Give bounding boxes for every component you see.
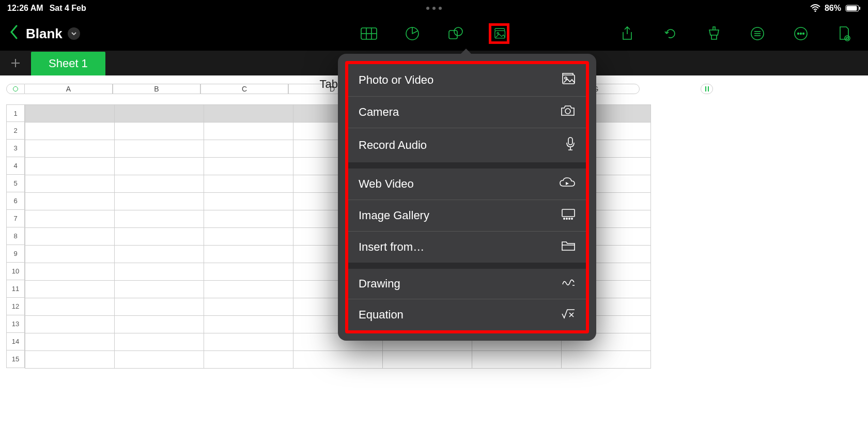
menu-label: Image Gallery <box>359 209 429 222</box>
menu-camera[interactable]: Camera <box>348 97 586 128</box>
document-settings-button[interactable] <box>834 23 855 44</box>
folder-icon <box>561 240 576 254</box>
list-menu-button[interactable] <box>747 23 768 44</box>
row-header[interactable]: 11 <box>6 280 25 298</box>
row-header[interactable]: 15 <box>6 350 25 368</box>
photo-icon <box>560 72 576 88</box>
svg-point-26 <box>565 77 567 79</box>
battery-percent: 86% <box>825 4 841 13</box>
menu-equation[interactable]: Equation <box>348 299 586 330</box>
menu-photo-video[interactable]: Photo or Video <box>348 64 586 97</box>
row-header[interactable]: 2 <box>6 122 25 140</box>
row-header[interactable]: 1 <box>6 104 25 122</box>
svg-point-12 <box>497 33 499 34</box>
menu-image-gallery[interactable]: Image Gallery <box>348 200 586 232</box>
row-header[interactable]: 3 <box>6 140 25 157</box>
svg-point-20 <box>803 33 804 35</box>
row-header[interactable]: 9 <box>6 245 25 263</box>
svg-point-30 <box>564 218 565 219</box>
more-button[interactable] <box>791 23 811 44</box>
add-column-handle[interactable] <box>701 84 713 94</box>
svg-rect-3 <box>859 7 860 10</box>
row-header[interactable]: 13 <box>6 315 25 333</box>
menu-label: Insert from… <box>359 240 424 254</box>
document-title[interactable]: Blank <box>26 26 80 42</box>
row-header[interactable]: 5 <box>6 175 25 192</box>
svg-point-18 <box>798 33 799 35</box>
mic-icon <box>565 136 576 154</box>
svg-rect-28 <box>568 138 572 145</box>
app-toolbar: Blank <box>0 17 868 51</box>
add-sheet-button[interactable] <box>0 51 31 75</box>
wifi-icon <box>810 4 820 12</box>
multitask-dots[interactable] <box>426 7 442 10</box>
sheet-tab-label: Sheet 1 <box>49 57 88 70</box>
insert-chart-button[interactable] <box>402 23 423 44</box>
sheet-tab[interactable]: Sheet 1 <box>31 52 105 75</box>
status-date: Sat 4 Feb <box>50 4 86 13</box>
svg-rect-29 <box>562 209 575 217</box>
insert-shape-button[interactable] <box>445 23 466 44</box>
row-header[interactable]: 14 <box>6 333 25 350</box>
status-time: 12:26 AM <box>7 4 43 13</box>
title-text: Blank <box>26 26 63 42</box>
svg-point-21 <box>845 36 850 41</box>
back-button[interactable] <box>5 25 23 43</box>
undo-button[interactable] <box>660 23 681 44</box>
row-header[interactable]: 4 <box>6 157 25 175</box>
row-header[interactable]: 8 <box>6 227 25 245</box>
share-button[interactable] <box>617 23 638 44</box>
insert-media-button[interactable] <box>489 23 509 44</box>
menu-record-audio[interactable]: Record Audio <box>348 128 586 162</box>
menu-label: Camera <box>359 105 399 119</box>
row-headers: 1 2 3 4 5 6 7 8 9 10 11 12 13 14 15 <box>6 99 25 427</box>
svg-point-22 <box>846 37 848 39</box>
menu-label: Record Audio <box>359 139 427 152</box>
row-header[interactable]: 10 <box>6 263 25 280</box>
menu-label: Web Video <box>359 177 414 191</box>
svg-point-27 <box>565 109 570 114</box>
svg-point-10 <box>454 27 462 36</box>
insert-media-popover: Photo or Video Camera Record Audio Web V… <box>338 54 596 341</box>
menu-drawing[interactable]: Drawing <box>348 269 586 299</box>
scribble-icon <box>561 277 576 291</box>
select-all-corner[interactable] <box>6 84 25 94</box>
cloud-icon <box>559 177 576 191</box>
row-header[interactable]: 12 <box>6 298 25 315</box>
svg-point-32 <box>569 218 570 219</box>
battery-icon <box>845 5 861 12</box>
row-header[interactable]: 6 <box>6 192 25 210</box>
menu-web-video[interactable]: Web Video <box>348 169 586 200</box>
camera-icon <box>560 105 576 119</box>
menu-label: Photo or Video <box>359 73 433 87</box>
status-bar: 12:26 AM Sat 4 Feb 86% <box>0 0 868 17</box>
svg-point-31 <box>566 218 567 219</box>
insert-table-button[interactable] <box>359 23 379 44</box>
sqrt-icon <box>561 308 576 322</box>
format-brush-button[interactable] <box>704 23 724 44</box>
gallery-icon <box>561 208 576 223</box>
menu-insert-from[interactable]: Insert from… <box>348 232 586 263</box>
row-header[interactable]: 7 <box>6 210 25 227</box>
svg-point-33 <box>571 218 572 219</box>
svg-rect-2 <box>847 6 857 11</box>
svg-point-0 <box>814 10 816 12</box>
menu-label: Equation <box>359 308 404 322</box>
menu-label: Drawing <box>359 277 400 291</box>
title-chevron-icon <box>68 27 80 40</box>
svg-point-19 <box>800 33 802 35</box>
